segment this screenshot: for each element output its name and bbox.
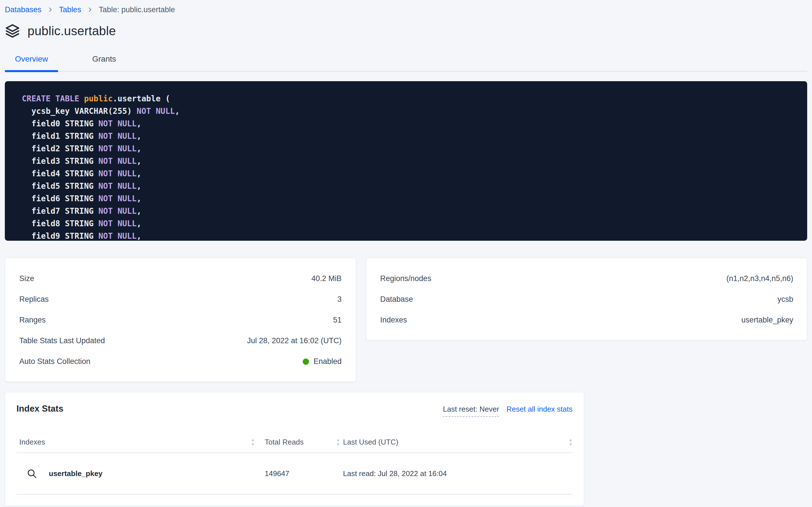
stat-value: (n1,n2,n3,n4,n5,n6) [726, 274, 793, 283]
chevron-right-icon [87, 6, 93, 13]
stat-row: Auto Stats CollectionEnabled [19, 351, 341, 372]
stat-label: Indexes [380, 316, 407, 325]
sql-line: CREATE TABLE public.usertable ( [22, 93, 796, 105]
chevron-right-icon [47, 6, 53, 13]
stat-value: ycsb [777, 295, 793, 304]
stat-label: Size [19, 274, 34, 283]
detail-cards: Size40.2 MiBReplicas3Ranges51Table Stats… [5, 258, 807, 382]
stat-label: Table Stats Last Updated [19, 336, 105, 345]
stat-row: Replicas3 [19, 289, 341, 310]
sql-line: field3 STRING NOT NULL, [22, 155, 796, 167]
sql-line: field2 STRING NOT NULL, [22, 143, 796, 155]
breadcrumb-link-tables[interactable]: Tables [59, 5, 81, 14]
stat-value: 40.2 MiB [311, 274, 341, 283]
last-reset-label: Last reset: Never [443, 405, 499, 417]
stat-label: Replicas [19, 295, 49, 304]
column-header-last-used: Last Used (UTC) ▲▼ [340, 438, 572, 447]
sql-line: field0 STRING NOT NULL, [22, 117, 796, 130]
index-name-cell: usertable_pkey [16, 468, 255, 478]
breadcrumb: Databases Tables Table: public.usertable [5, 3, 807, 16]
sql-line: field7 STRING NOT NULL, [22, 205, 796, 217]
stat-value: 3 [337, 295, 341, 304]
create-table-sql-box[interactable]: CREATE TABLE public.usertable ( ycsb_key… [5, 81, 807, 241]
sql-line: field5 STRING NOT NULL, [22, 180, 796, 192]
sql-line: field8 STRING NOT NULL, [22, 217, 796, 230]
total-reads-value: 149647 [265, 469, 290, 478]
stat-row: Table Stats Last UpdatedJul 28, 2022 at … [19, 330, 341, 351]
column-header-total-reads: Total Reads ▲▼ [255, 438, 340, 447]
page-header: public.usertable [5, 23, 807, 39]
stat-label: Ranges [19, 316, 46, 325]
last-used-cell: Last read: Jul 28, 2022 at 16:04 [340, 469, 572, 478]
column-label: Total Reads [265, 438, 304, 447]
tab-grants[interactable]: Grants [90, 55, 118, 71]
sql-line: field6 STRING NOT NULL, [22, 192, 796, 205]
stat-row: Indexesusertable_pkey [380, 310, 793, 330]
stat-row: Databaseycsb [380, 289, 793, 310]
index-stats-table-header: Indexes ▲▼ Total Reads ▲▼ Last Used (UTC… [16, 432, 572, 453]
sql-line: field1 STRING NOT NULL, [22, 130, 796, 143]
tab-overview[interactable]: Overview [5, 55, 58, 71]
tab-bar: Overview Grants [5, 55, 807, 71]
reset-index-stats-link[interactable]: Reset all index stats [506, 405, 572, 413]
index-stats-header: Index Stats Last reset: Never Reset all … [16, 404, 572, 417]
status-dot-icon [303, 358, 309, 365]
stat-value: usertable_pkey [741, 316, 793, 325]
sort-icon[interactable]: ▲▼ [569, 438, 572, 446]
total-reads-cell: 149647 [255, 469, 340, 478]
stat-row: Regions/nodes(n1,n2,n3,n4,n5,n6) [380, 268, 793, 289]
column-label: Indexes [19, 438, 45, 447]
stat-label: Regions/nodes [380, 274, 431, 283]
sql-line: field4 STRING NOT NULL, [22, 167, 796, 180]
stat-row: Size40.2 MiB [19, 268, 341, 289]
sort-icon[interactable]: ▲▼ [251, 438, 255, 446]
index-stats-title: Index Stats [16, 404, 63, 414]
last-used-value: Last read: Jul 28, 2022 at 16:04 [343, 469, 447, 478]
stat-value: Enabled [303, 357, 341, 366]
index-stats-table: Indexes ▲▼ Total Reads ▲▼ Last Used (UTC… [16, 432, 572, 495]
layers-icon [5, 23, 20, 39]
sort-icon[interactable]: ▲▼ [336, 438, 340, 446]
index-name-link[interactable]: usertable_pkey [49, 469, 103, 478]
stat-row: Ranges51 [19, 310, 341, 330]
table-row: usertable_pkey 149647 Last read: Jul 28,… [16, 453, 572, 495]
page-title: public.usertable [27, 24, 116, 38]
sql-line: field9 STRING NOT NULL, [22, 230, 796, 241]
stat-value: Jul 28, 2022 at 16:02 (UTC) [247, 336, 341, 345]
stat-label: Database [380, 295, 413, 304]
index-stats-card: Index Stats Last reset: Never Reset all … [5, 392, 584, 506]
breadcrumb-current: Table: public.usertable [99, 5, 175, 14]
stat-value: 51 [333, 316, 341, 325]
table-details-page: Databases Tables Table: public.usertable… [0, 3, 812, 506]
search-icon[interactable] [27, 468, 37, 478]
breadcrumb-link-databases[interactable]: Databases [5, 5, 42, 14]
sql-line: ycsb_key VARCHAR(255) NOT NULL, [22, 105, 796, 117]
stat-label: Auto Stats Collection [19, 357, 90, 366]
column-label: Last Used (UTC) [343, 438, 398, 447]
table-meta-card: Regions/nodes(n1,n2,n3,n4,n5,n6)Database… [366, 258, 807, 340]
table-stats-card: Size40.2 MiBReplicas3Ranges51Table Stats… [5, 258, 356, 382]
column-header-indexes: Indexes ▲▼ [16, 438, 255, 447]
reset-area: Last reset: Never Reset all index stats [443, 405, 572, 417]
